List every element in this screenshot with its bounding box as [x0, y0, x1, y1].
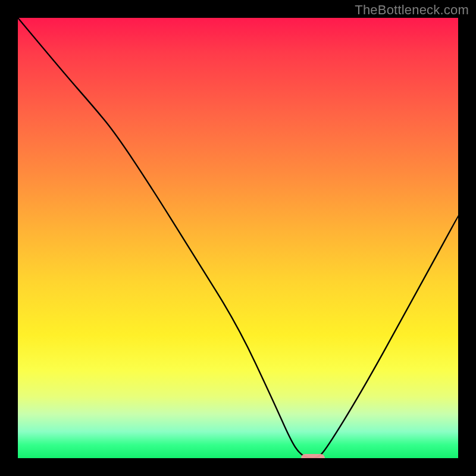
bottleneck-curve [18, 18, 458, 458]
optimal-point-marker [301, 454, 325, 458]
plot-area [18, 18, 458, 458]
watermark-text: TheBottleneck.com [355, 2, 469, 18]
chart-frame: TheBottleneck.com [0, 0, 476, 476]
